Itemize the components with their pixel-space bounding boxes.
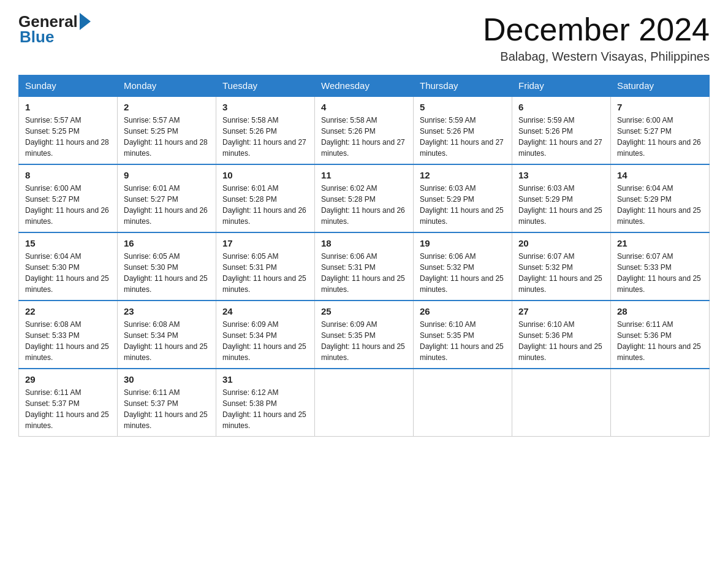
day-detail: Sunrise: 6:00 AMSunset: 5:27 PMDaylight:… (617, 115, 703, 159)
calendar-week-row: 29Sunrise: 6:11 AMSunset: 5:37 PMDayligh… (19, 369, 710, 437)
calendar-day-cell: 30Sunrise: 6:11 AMSunset: 5:37 PMDayligh… (118, 369, 216, 437)
day-number: 6 (518, 102, 604, 112)
calendar-day-header: Friday (512, 75, 611, 97)
calendar-day-cell: 24Sunrise: 6:09 AMSunset: 5:34 PMDayligh… (216, 301, 315, 369)
calendar-day-cell (414, 369, 512, 437)
calendar-day-cell: 15Sunrise: 6:04 AMSunset: 5:30 PMDayligh… (19, 232, 118, 301)
calendar-day-cell: 6Sunrise: 5:59 AMSunset: 5:26 PMDaylight… (512, 96, 611, 164)
calendar-header-row: SundayMondayTuesdayWednesdayThursdayFrid… (19, 75, 710, 97)
day-number: 2 (124, 102, 210, 112)
day-number: 7 (617, 102, 703, 112)
calendar-week-row: 8Sunrise: 6:00 AMSunset: 5:27 PMDaylight… (19, 164, 710, 232)
calendar-day-cell: 10Sunrise: 6:01 AMSunset: 5:28 PMDayligh… (216, 164, 315, 232)
day-number: 24 (222, 306, 308, 316)
day-detail: Sunrise: 5:59 AMSunset: 5:26 PMDaylight:… (420, 115, 506, 159)
title-block: December 2024 Balabag, Western Visayas, … (483, 12, 710, 64)
calendar-day-cell: 23Sunrise: 6:08 AMSunset: 5:34 PMDayligh… (118, 301, 216, 369)
calendar-day-cell: 16Sunrise: 6:05 AMSunset: 5:30 PMDayligh… (118, 232, 216, 301)
calendar-day-cell: 4Sunrise: 5:58 AMSunset: 5:26 PMDaylight… (315, 96, 414, 164)
calendar-week-row: 1Sunrise: 5:57 AMSunset: 5:25 PMDaylight… (19, 96, 710, 164)
calendar-week-row: 22Sunrise: 6:08 AMSunset: 5:33 PMDayligh… (19, 301, 710, 369)
day-number: 28 (617, 306, 703, 316)
calendar-day-cell: 11Sunrise: 6:02 AMSunset: 5:28 PMDayligh… (315, 164, 414, 232)
day-number: 18 (321, 238, 407, 248)
calendar-week-row: 15Sunrise: 6:04 AMSunset: 5:30 PMDayligh… (19, 232, 710, 301)
calendar-day-header: Saturday (611, 75, 710, 97)
calendar-day-cell: 7Sunrise: 6:00 AMSunset: 5:27 PMDaylight… (611, 96, 710, 164)
calendar-day-cell: 31Sunrise: 6:12 AMSunset: 5:38 PMDayligh… (216, 369, 315, 437)
day-number: 25 (321, 306, 407, 316)
calendar-day-header: Wednesday (315, 75, 414, 97)
calendar-day-cell: 21Sunrise: 6:07 AMSunset: 5:33 PMDayligh… (611, 232, 710, 301)
day-detail: Sunrise: 6:11 AMSunset: 5:37 PMDaylight:… (124, 387, 210, 431)
day-detail: Sunrise: 6:12 AMSunset: 5:38 PMDaylight:… (222, 387, 308, 431)
calendar-day-cell: 20Sunrise: 6:07 AMSunset: 5:32 PMDayligh… (512, 232, 611, 301)
day-number: 17 (222, 238, 308, 248)
calendar-day-cell: 9Sunrise: 6:01 AMSunset: 5:27 PMDaylight… (118, 164, 216, 232)
day-detail: Sunrise: 6:01 AMSunset: 5:27 PMDaylight:… (124, 183, 210, 227)
calendar-day-cell: 17Sunrise: 6:05 AMSunset: 5:31 PMDayligh… (216, 232, 315, 301)
day-detail: Sunrise: 6:00 AMSunset: 5:27 PMDaylight:… (25, 183, 111, 227)
calendar-day-cell: 28Sunrise: 6:11 AMSunset: 5:36 PMDayligh… (611, 301, 710, 369)
day-detail: Sunrise: 6:02 AMSunset: 5:28 PMDaylight:… (321, 183, 407, 227)
logo-blue-text: Blue (20, 28, 54, 47)
calendar-day-cell: 27Sunrise: 6:10 AMSunset: 5:36 PMDayligh… (512, 301, 611, 369)
day-number: 15 (25, 238, 111, 248)
day-number: 3 (222, 102, 308, 112)
day-number: 12 (420, 170, 506, 180)
day-number: 1 (25, 102, 111, 112)
day-number: 16 (124, 238, 210, 248)
day-number: 20 (518, 238, 604, 248)
day-detail: Sunrise: 6:08 AMSunset: 5:33 PMDaylight:… (25, 319, 111, 363)
calendar-day-cell: 22Sunrise: 6:08 AMSunset: 5:33 PMDayligh… (19, 301, 118, 369)
day-detail: Sunrise: 5:57 AMSunset: 5:25 PMDaylight:… (25, 115, 111, 159)
day-detail: Sunrise: 6:06 AMSunset: 5:32 PMDaylight:… (420, 251, 506, 295)
calendar-day-cell: 8Sunrise: 6:00 AMSunset: 5:27 PMDaylight… (19, 164, 118, 232)
day-number: 31 (222, 374, 308, 385)
calendar-day-header: Monday (118, 75, 216, 97)
calendar-day-cell: 1Sunrise: 5:57 AMSunset: 5:25 PMDaylight… (19, 96, 118, 164)
calendar-day-cell: 25Sunrise: 6:09 AMSunset: 5:35 PMDayligh… (315, 301, 414, 369)
calendar-day-cell (512, 369, 611, 437)
day-number: 22 (25, 306, 111, 316)
day-detail: Sunrise: 6:03 AMSunset: 5:29 PMDaylight:… (420, 183, 506, 227)
day-number: 27 (518, 306, 604, 316)
day-detail: Sunrise: 6:10 AMSunset: 5:36 PMDaylight:… (518, 319, 604, 363)
day-detail: Sunrise: 6:05 AMSunset: 5:31 PMDaylight:… (222, 251, 308, 295)
day-number: 19 (420, 238, 506, 248)
day-number: 30 (124, 374, 210, 385)
day-detail: Sunrise: 5:57 AMSunset: 5:25 PMDaylight:… (124, 115, 210, 159)
day-detail: Sunrise: 6:07 AMSunset: 5:33 PMDaylight:… (617, 251, 703, 295)
day-detail: Sunrise: 6:10 AMSunset: 5:35 PMDaylight:… (420, 319, 506, 363)
day-detail: Sunrise: 6:09 AMSunset: 5:34 PMDaylight:… (222, 319, 308, 363)
calendar-table: SundayMondayTuesdayWednesdayThursdayFrid… (18, 75, 710, 437)
day-number: 26 (420, 306, 506, 316)
day-number: 8 (25, 170, 111, 180)
logo-arrow-icon (80, 13, 91, 30)
day-detail: Sunrise: 6:09 AMSunset: 5:35 PMDaylight:… (321, 319, 407, 363)
calendar-day-cell: 3Sunrise: 5:58 AMSunset: 5:26 PMDaylight… (216, 96, 315, 164)
day-detail: Sunrise: 6:01 AMSunset: 5:28 PMDaylight:… (222, 183, 308, 227)
calendar-day-cell: 19Sunrise: 6:06 AMSunset: 5:32 PMDayligh… (414, 232, 512, 301)
day-detail: Sunrise: 5:59 AMSunset: 5:26 PMDaylight:… (518, 115, 604, 159)
day-number: 29 (25, 374, 111, 385)
day-detail: Sunrise: 5:58 AMSunset: 5:26 PMDaylight:… (222, 115, 308, 159)
day-detail: Sunrise: 6:11 AMSunset: 5:37 PMDaylight:… (25, 387, 111, 431)
day-detail: Sunrise: 6:08 AMSunset: 5:34 PMDaylight:… (124, 319, 210, 363)
calendar-day-cell: 18Sunrise: 6:06 AMSunset: 5:31 PMDayligh… (315, 232, 414, 301)
calendar-day-cell: 14Sunrise: 6:04 AMSunset: 5:29 PMDayligh… (611, 164, 710, 232)
location-subtitle: Balabag, Western Visayas, Philippines (483, 50, 710, 64)
day-number: 23 (124, 306, 210, 316)
day-detail: Sunrise: 6:04 AMSunset: 5:29 PMDaylight:… (617, 183, 703, 227)
calendar-day-cell: 5Sunrise: 5:59 AMSunset: 5:26 PMDaylight… (414, 96, 512, 164)
day-detail: Sunrise: 6:06 AMSunset: 5:31 PMDaylight:… (321, 251, 407, 295)
day-number: 21 (617, 238, 703, 248)
day-number: 14 (617, 170, 703, 180)
logo: General Blue (18, 12, 91, 47)
day-number: 11 (321, 170, 407, 180)
day-detail: Sunrise: 6:11 AMSunset: 5:36 PMDaylight:… (617, 319, 703, 363)
calendar-day-cell: 26Sunrise: 6:10 AMSunset: 5:35 PMDayligh… (414, 301, 512, 369)
day-number: 10 (222, 170, 308, 180)
calendar-day-cell (315, 369, 414, 437)
day-detail: Sunrise: 6:04 AMSunset: 5:30 PMDaylight:… (25, 251, 111, 295)
